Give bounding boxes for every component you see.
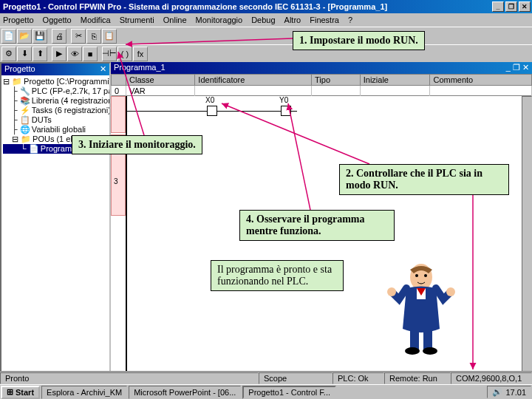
cut-icon[interactable]: ✂: [71, 29, 86, 44]
col-iniz[interactable]: Iniziale: [360, 75, 430, 86]
monitor-icon[interactable]: 👁: [67, 47, 82, 61]
col-comm[interactable]: Commento: [430, 75, 532, 86]
callout-4: 4. Osservare il programma mentre funzion…: [239, 210, 395, 241]
tree-lib[interactable]: ├ 📚 Libreria (4 registrazioni): [3, 96, 108, 106]
sidebar-title: Progetto ✕: [1, 64, 109, 75]
col-classe[interactable]: Classe: [126, 75, 195, 86]
svg-point-6: [415, 274, 418, 277]
tree-duts[interactable]: ├ 📋 DUTs: [3, 115, 108, 125]
contact-label-y0: Y0: [279, 96, 288, 104]
paste-icon[interactable]: 📋: [102, 29, 117, 44]
download-icon[interactable]: ⬇: [17, 47, 32, 61]
doc-controls[interactable]: _ ❐ ✕: [506, 63, 529, 73]
status-mode: Remote: Run: [384, 372, 451, 384]
menu-altro[interactable]: Altro: [284, 16, 301, 24]
tree-globals[interactable]: ├ 🌐 Variabili globali: [3, 125, 108, 134]
rung-1[interactable]: [111, 96, 126, 133]
tray-icon[interactable]: 🔊: [492, 387, 502, 397]
col-id[interactable]: Identificatore: [195, 75, 312, 86]
taskbar: ⊞ Start Esplora - Archivi_KM Microsoft P…: [0, 384, 532, 399]
save-icon[interactable]: 💾: [33, 29, 47, 44]
menu-progetto[interactable]: Progetto: [3, 16, 34, 24]
tree-plc[interactable]: ├ 🔧 PLC (FP-e,2.7k, 17 passi): [3, 86, 108, 96]
col-num[interactable]: [112, 75, 126, 86]
system-tray[interactable]: 🔊 17.01: [487, 386, 531, 398]
window-controls: _ ❐ ✕: [492, 1, 531, 12]
col-tipo[interactable]: Tipo: [312, 75, 361, 86]
status-ready: Pronto: [0, 372, 259, 384]
tree-root[interactable]: ⊟ 📁 Progetto [C:\Programmi\Progetto1]: [3, 77, 108, 86]
maximize-button[interactable]: ❐: [505, 1, 517, 12]
contact-y0[interactable]: [281, 106, 291, 116]
task-fpwin[interactable]: Progetto1 - Control F...: [242, 386, 336, 399]
menu-finestra[interactable]: Finestra: [310, 16, 339, 24]
window-title: Progetto1 - Control FPWIN Pro - Sistema …: [1, 2, 492, 11]
minimize-button[interactable]: _: [492, 1, 504, 12]
open-icon[interactable]: 📂: [17, 29, 32, 44]
menu-debug[interactable]: Debug: [251, 16, 275, 24]
sidebar-close-icon[interactable]: ✕: [100, 64, 106, 75]
toolbar-2: ⚙ ⬇ ⬆ ▶ 👁 ■ ⊣⊢ ( ) fx: [0, 44, 532, 62]
contact-icon[interactable]: ⊣⊢: [102, 47, 117, 61]
svg-point-7: [424, 274, 427, 277]
var-row[interactable]: 0 VAR: [112, 86, 532, 97]
task-explorer[interactable]: Esplora - Archivi_KM: [41, 386, 127, 399]
title-bar: Progetto1 - Control FPWIN Pro - Sistema …: [0, 0, 532, 13]
status-conn: COM2,9600,8,O,1: [451, 372, 532, 384]
upload-icon[interactable]: ⬆: [33, 47, 47, 61]
status-bar: Pronto Scope PLC: Ok Remote: Run COM2,96…: [0, 371, 532, 384]
compile-icon[interactable]: ⚙: [1, 47, 16, 61]
rung-num: 3: [114, 177, 118, 185]
callout-2: 2. Controllare che il PLC sia in modo RU…: [339, 164, 509, 195]
copy-icon[interactable]: ⎘: [86, 29, 101, 44]
new-icon[interactable]: 📄: [1, 29, 16, 44]
svg-point-9: [446, 287, 455, 296]
run-icon[interactable]: ▶: [52, 47, 66, 61]
contact-label-x0: X0: [205, 96, 214, 104]
close-button[interactable]: ✕: [519, 1, 531, 12]
svg-point-14: [423, 347, 437, 355]
svg-rect-12: [423, 329, 432, 349]
windows-icon: ⊞: [7, 387, 13, 397]
callout-5: Il programma è pronto e sta funzionando …: [211, 260, 344, 291]
menu-modifica[interactable]: Modifica: [81, 16, 111, 24]
svg-point-8: [387, 287, 396, 296]
vertical-scrollbar[interactable]: [522, 96, 532, 378]
callout-3: 3. Iniziare il monitoraggio.: [72, 135, 202, 154]
function-icon[interactable]: fx: [133, 47, 148, 61]
menu-strumenti[interactable]: Strumenti: [120, 16, 154, 24]
coil-icon[interactable]: ( ): [117, 47, 132, 61]
clock: 17.01: [505, 388, 526, 397]
doc-tab: Programma_1 _ ❐ ✕: [111, 62, 532, 74]
svg-rect-11: [410, 329, 419, 349]
tree-tasks[interactable]: ├ ⚡ Tasks (6 registrazioni): [3, 106, 108, 115]
project-sidebar: Progetto ✕ ⊟ 📁 Progetto [C:\Programmi\Pr…: [0, 62, 111, 378]
menu-help[interactable]: ?: [348, 16, 352, 24]
contact-x0[interactable]: [207, 106, 217, 116]
menu-monitoraggio[interactable]: Monitoraggio: [196, 16, 243, 24]
variable-header: Classe Identificatore Tipo Iniziale Comm…: [111, 74, 532, 96]
callout-1: 1. Impostare il modo RUN.: [293, 31, 425, 50]
menu-bar: Progetto Oggetto Modifica Strumenti Onli…: [0, 13, 532, 27]
stop-icon[interactable]: ■: [83, 47, 98, 61]
toolbar-1: 📄 📂 💾 🖨 ✂ ⎘ 📋: [0, 27, 532, 44]
task-powerpoint[interactable]: Microsoft PowerPoint - [06...: [129, 386, 241, 399]
mascot-character: [384, 259, 458, 355]
status-plc: PLC: Ok: [332, 372, 384, 384]
status-scope: Scope: [259, 372, 332, 384]
menu-online[interactable]: Online: [163, 16, 187, 24]
svg-point-13: [405, 347, 420, 355]
start-button[interactable]: ⊞ Start: [1, 386, 40, 399]
menu-oggetto[interactable]: Oggetto: [43, 16, 72, 24]
print-icon[interactable]: 🖨: [52, 29, 66, 44]
